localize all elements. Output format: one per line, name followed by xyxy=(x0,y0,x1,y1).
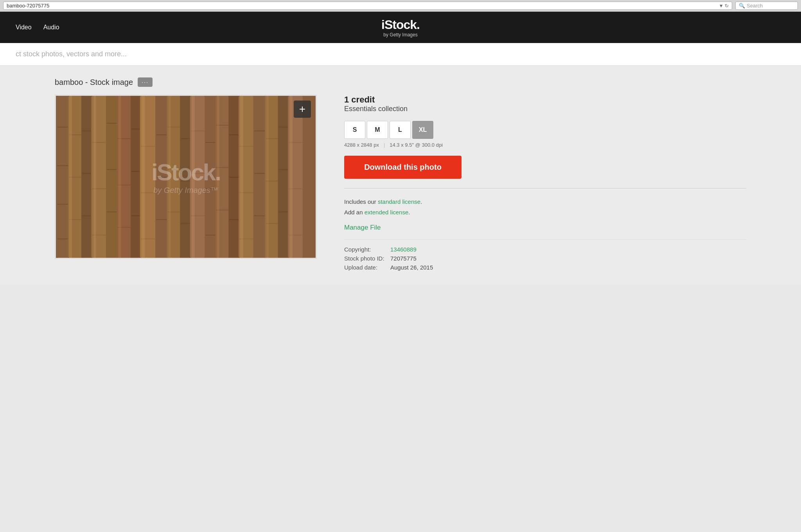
standard-license-link[interactable]: standard license xyxy=(378,198,420,205)
right-panel: 1 credit Essentials collection S M L XL … xyxy=(344,95,746,273)
meta-copyright: Copyright: 13460889 xyxy=(344,246,746,253)
image-wrapper: iStock. by Getty Images™ + xyxy=(55,95,317,259)
url-bar[interactable]: bamboo-72075775 ▼ ↻ xyxy=(3,2,732,10)
svg-rect-88 xyxy=(192,96,195,258)
svg-rect-74 xyxy=(278,96,289,258)
url-controls: ▼ ↻ xyxy=(719,3,729,9)
meta-table: Copyright: 13460889 Stock photo ID: 7207… xyxy=(344,246,746,271)
collection-name: Essentials collection xyxy=(344,105,746,113)
svg-rect-83 xyxy=(69,96,72,258)
nav-video[interactable]: Video xyxy=(16,24,32,31)
search-section: ct stock photos, vectors and more... xyxy=(0,43,801,66)
svg-rect-85 xyxy=(119,96,121,258)
svg-rect-1 xyxy=(57,96,69,258)
print-size: 14.3 x 9.5" @ 300.0 dpi xyxy=(390,142,443,148)
svg-rect-66 xyxy=(253,96,266,258)
add-to-board-button[interactable]: + xyxy=(294,101,311,118)
divider-1 xyxy=(344,188,746,189)
svg-rect-90 xyxy=(240,96,243,258)
meta-stock-id: Stock photo ID: 72075775 xyxy=(344,255,746,262)
license-period2: . xyxy=(408,209,410,216)
size-btn-xl[interactable]: XL xyxy=(412,121,433,139)
logo-main: iStock. xyxy=(381,18,420,32)
site-header: Video Audio iStock. by Getty Images xyxy=(0,12,801,43)
svg-rect-92 xyxy=(289,96,293,258)
svg-rect-87 xyxy=(169,96,171,258)
divider-2 xyxy=(344,239,746,240)
upload-label: Upload date: xyxy=(344,264,387,271)
search-icon: 🔍 xyxy=(739,3,745,9)
extended-license-link[interactable]: extended license xyxy=(365,209,409,216)
svg-rect-84 xyxy=(93,96,96,258)
svg-rect-10 xyxy=(81,96,92,258)
license-text-before: Includes our xyxy=(344,198,376,205)
logo-sub: by Getty Images xyxy=(381,32,420,38)
svg-rect-82 xyxy=(303,96,315,258)
credit-amount: 1 credit xyxy=(344,95,746,105)
dimensions: 4288 x 2848 px xyxy=(344,142,379,148)
stock-id-value: 72075775 xyxy=(390,255,417,262)
nav-left: Video Audio xyxy=(16,24,59,31)
download-button[interactable]: Download this photo xyxy=(344,156,462,179)
title-bar: bamboo - Stock image ··· xyxy=(55,77,746,87)
svg-rect-26 xyxy=(131,96,141,258)
search-input-bar[interactable]: ct stock photos, vectors and more... xyxy=(16,50,785,58)
svg-rect-50 xyxy=(205,96,216,258)
svg-rect-86 xyxy=(142,96,145,258)
search-label: Search xyxy=(747,3,763,9)
search-bar[interactable]: 🔍 Search xyxy=(735,2,798,10)
size-btn-m[interactable]: M xyxy=(367,121,388,139)
manage-file-link[interactable]: Manage File xyxy=(344,224,746,232)
size-buttons: S M L XL xyxy=(344,121,746,139)
image-container: iStock. by Getty Images™ + xyxy=(55,95,329,259)
size-btn-s[interactable]: S xyxy=(344,121,365,139)
bamboo-image xyxy=(56,96,316,258)
url-text: bamboo-72075775 xyxy=(7,3,49,9)
meta-upload-date: Upload date: August 26, 2015 xyxy=(344,264,746,271)
credit-info: 1 credit Essentials collection xyxy=(344,95,746,113)
license-text: Includes our standard license. Add an ex… xyxy=(344,196,746,217)
stock-id-label: Stock photo ID: xyxy=(344,255,387,262)
more-button[interactable]: ··· xyxy=(138,77,153,87)
main-content: bamboo - Stock image ··· xyxy=(0,66,801,285)
copyright-label: Copyright: xyxy=(344,246,387,253)
svg-rect-89 xyxy=(217,96,219,258)
svg-rect-18 xyxy=(106,96,118,258)
content-row: iStock. by Getty Images™ + 1 credit Esse… xyxy=(55,95,746,273)
add-text: Add an xyxy=(344,209,363,216)
page-title: bamboo - Stock image xyxy=(55,78,133,87)
copyright-value[interactable]: 13460889 xyxy=(390,246,417,253)
logo-container: iStock. by Getty Images xyxy=(381,18,420,38)
svg-rect-42 xyxy=(180,96,191,258)
svg-rect-91 xyxy=(266,96,269,258)
size-btn-l[interactable]: L xyxy=(390,121,411,139)
browser-bar: bamboo-72075775 ▼ ↻ 🔍 Search xyxy=(0,0,801,12)
nav-audio[interactable]: Audio xyxy=(43,24,59,31)
license-period: . xyxy=(420,198,422,205)
size-specs: 4288 x 2848 px | 14.3 x 9.5" @ 300.0 dpi xyxy=(344,142,746,148)
upload-value: August 26, 2015 xyxy=(390,264,433,271)
